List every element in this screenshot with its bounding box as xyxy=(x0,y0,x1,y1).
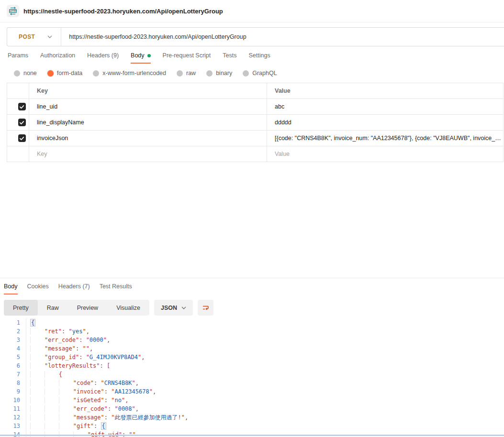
view-raw[interactable]: Raw xyxy=(38,300,68,316)
indent-guide xyxy=(45,423,59,429)
line-number: 12 xyxy=(0,413,26,422)
response-tab-cookies[interactable]: Cookies xyxy=(27,283,49,295)
horizontal-scrollbar[interactable] xyxy=(0,435,504,436)
indent-guide xyxy=(45,371,59,378)
tab-label: Test Results xyxy=(100,283,132,290)
indent-guide xyxy=(45,380,59,386)
response-body-editor[interactable]: 1{2 "ret": "yes",3 "err_code": "0000",4 … xyxy=(0,318,504,437)
wrap-lines-button[interactable] xyxy=(198,300,213,316)
response-section: BodyCookiesHeaders (7)Test Results Prett… xyxy=(0,278,504,437)
key-cell[interactable]: line_uid xyxy=(29,99,267,115)
indent-guide xyxy=(59,414,73,421)
divider xyxy=(61,28,61,46)
key-cell[interactable]: invoiceJson xyxy=(29,131,267,146)
key-cell-placeholder[interactable]: Key xyxy=(29,146,267,162)
json-value: AA12345678 xyxy=(114,388,149,395)
view-preview[interactable]: Preview xyxy=(68,300,107,316)
request-tab-params[interactable]: Params xyxy=(8,52,28,64)
response-format-dropdown[interactable]: JSON xyxy=(154,300,193,316)
chevron-down-icon xyxy=(47,35,52,38)
url-input[interactable] xyxy=(69,33,504,40)
code-content: "err_code": "0000", xyxy=(26,336,110,344)
value-cell[interactable]: [{code: "CRNS4B8K", invoice_num: "AA1234… xyxy=(267,131,504,146)
code-line: 5 "group_id": "G_4IMJ0KVP8AD4", xyxy=(0,353,504,361)
request-tab-pre-request-script[interactable]: Pre-request Script xyxy=(163,52,211,64)
value-cell[interactable]: ddddd xyxy=(267,115,504,131)
code-line: 2 "ret": "yes", xyxy=(0,327,504,336)
code-line: 9 "invoice": "AA12345678", xyxy=(0,387,504,396)
tab-label: Authorization xyxy=(40,52,75,59)
body-mode-binary[interactable]: binary xyxy=(206,70,232,76)
json-key: code xyxy=(77,380,90,386)
response-tabs: BodyCookiesHeaders (7)Test Results xyxy=(0,283,504,295)
response-view-switcher: PrettyRawPreviewVisualize xyxy=(4,300,149,316)
json-key: group_id xyxy=(48,354,76,361)
body-mode-form-data[interactable]: form-data xyxy=(47,70,83,76)
view-visualize[interactable]: Visualize xyxy=(107,300,149,316)
response-tab-test-results[interactable]: Test Results xyxy=(100,283,132,295)
json-bracket: { xyxy=(30,319,35,327)
radio-icon xyxy=(93,70,99,76)
json-key: isGeted xyxy=(77,397,101,404)
row-select-cell xyxy=(7,146,29,162)
svg-text:HTTP: HTTP xyxy=(10,10,16,12)
tab-label: Cookies xyxy=(27,283,49,290)
indent-guide xyxy=(30,362,45,369)
body-mode-none[interactable]: none xyxy=(14,70,37,76)
body-mode-label: binary xyxy=(216,70,232,76)
indent-guide xyxy=(30,328,45,335)
code-content: "isGeted": "no", xyxy=(26,396,128,404)
line-number: 7 xyxy=(0,370,26,379)
line-number: 6 xyxy=(0,361,26,370)
row-select-cell xyxy=(7,115,29,131)
request-tab-authorization[interactable]: Authorization xyxy=(40,52,75,64)
key-cell[interactable]: line_displayName xyxy=(29,115,267,131)
postman-window: HTTP https://nestle-superfood-2023.horyu… xyxy=(0,0,504,437)
value-cell-placeholder[interactable]: Value xyxy=(267,146,504,162)
wrap-lines-icon xyxy=(202,304,210,312)
chevron-down-icon xyxy=(181,306,186,309)
indent-guide xyxy=(59,380,73,386)
indent-guide xyxy=(45,388,59,395)
json-value: 0000 xyxy=(90,337,103,343)
request-tab-body[interactable]: Body xyxy=(131,52,151,64)
response-tab-headers-7[interactable]: Headers (7) xyxy=(58,283,90,295)
value-cell[interactable]: abc xyxy=(267,99,504,115)
indent-guide xyxy=(73,431,88,437)
indent-guide xyxy=(45,414,59,421)
http-request-icon: HTTP xyxy=(7,5,19,17)
request-tab-tests[interactable]: Tests xyxy=(223,52,236,64)
tab-label: Settings xyxy=(248,52,270,59)
line-number: 5 xyxy=(0,353,26,361)
checkbox-checked[interactable] xyxy=(18,119,26,126)
indent-guide xyxy=(30,414,45,421)
json-bracket: { xyxy=(101,422,106,430)
request-tabs: ParamsAuthorizationHeaders (9)BodyPre-re… xyxy=(0,52,504,64)
line-number: 13 xyxy=(0,422,26,430)
response-tab-body[interactable]: Body xyxy=(4,283,18,295)
code-content: "group_id": "G_4IMJ0KVP8AD4", xyxy=(26,353,145,361)
checkbox-checked[interactable] xyxy=(18,134,26,142)
body-mode-graphql[interactable]: GraphQL xyxy=(243,70,277,76)
request-tab-settings[interactable]: Settings xyxy=(248,52,270,64)
method-selector[interactable]: POST xyxy=(7,28,61,46)
indent-guide xyxy=(30,380,45,386)
view-pretty[interactable]: Pretty xyxy=(4,300,38,316)
indent-guide xyxy=(30,337,45,343)
body-mode-raw[interactable]: raw xyxy=(177,70,196,76)
json-bracket: [ xyxy=(107,362,110,369)
code-content: "ret": "yes", xyxy=(26,327,90,336)
checkbox-checked[interactable] xyxy=(18,103,26,110)
indent-guide xyxy=(59,431,73,437)
body-mode-x-www-form-urlencoded[interactable]: x-www-form-urlencoded xyxy=(93,70,166,76)
form-data-table: Key Value line_uidabcline_displayNameddd… xyxy=(7,83,504,162)
indent-guide xyxy=(30,423,45,429)
indent-guide xyxy=(45,431,59,437)
request-tab-headers-9[interactable]: Headers (9) xyxy=(87,52,119,64)
indent-guide xyxy=(30,405,45,412)
indent-guide xyxy=(59,388,73,395)
radio-icon xyxy=(177,70,183,76)
code-line: 7 { xyxy=(0,370,504,379)
radio-icon xyxy=(47,70,54,76)
tab-label: Tests xyxy=(223,52,236,59)
